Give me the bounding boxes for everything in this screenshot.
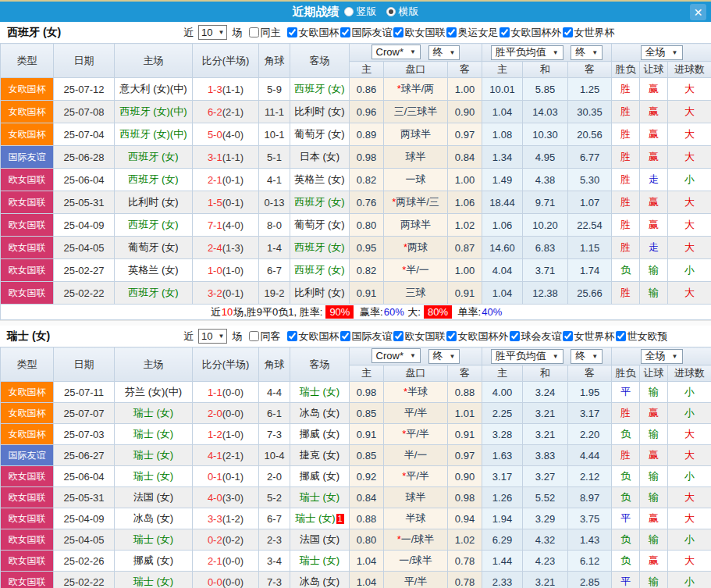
away-team[interactable]: 冰岛 (女)	[290, 403, 350, 424]
league-checkbox[interactable]	[340, 331, 350, 341]
away-team[interactable]: 瑞士 (女)	[290, 382, 350, 403]
home-team[interactable]: 瑞士 (女)	[115, 424, 193, 445]
final-select2[interactable]: 终▼	[571, 349, 603, 364]
home-team[interactable]: 意大利 (女)(中)	[115, 78, 193, 101]
away-team[interactable]: 瑞士 (女)	[290, 487, 350, 508]
close-icon[interactable]: ✕	[690, 4, 706, 20]
league-filter[interactable]: 球会友谊	[510, 330, 561, 344]
match-count-select[interactable]: 10 ▼	[198, 329, 227, 344]
league-checkbox[interactable]	[563, 331, 573, 341]
away-team[interactable]: 比利时 (女)	[290, 282, 350, 305]
home-team[interactable]: 西班牙 (女)(中)	[115, 101, 193, 123]
away-team[interactable]: 法国 (女)	[290, 529, 350, 551]
avg-select[interactable]: 胜平负均值▼	[491, 349, 563, 364]
radio-selected-icon[interactable]	[386, 7, 396, 16]
away-team[interactable]: 瑞士 (女)1	[290, 508, 350, 529]
league-checkbox[interactable]	[393, 27, 403, 37]
home-team[interactable]: 瑞士 (女)	[115, 403, 193, 424]
home-team[interactable]: 芬兰 (女)(中)	[115, 382, 193, 403]
league-filter[interactable]: 欧女国联	[393, 330, 445, 344]
table-row: 女欧国杯 25-07-08 西班牙 (女)(中) 6-2(2-1) 11-1 比…	[1, 101, 711, 123]
company-select[interactable]: Crow*▼	[371, 348, 421, 363]
away-team[interactable]: 比利时 (女)	[290, 101, 350, 123]
league-filter[interactable]: 女欧国杯外	[446, 330, 508, 344]
final-select2[interactable]: 终▼	[571, 45, 603, 60]
avg-away-odds: 1.43	[568, 529, 612, 551]
league-filter[interactable]: 国际友谊	[340, 330, 392, 344]
home-team[interactable]: 西班牙 (女)	[115, 214, 193, 237]
league-checkbox[interactable]	[446, 27, 457, 37]
away-team[interactable]: 西班牙 (女)	[290, 237, 350, 259]
league-checkbox[interactable]	[287, 331, 297, 341]
home-team[interactable]: 挪威 (女)	[115, 551, 193, 572]
league-checkbox[interactable]	[563, 27, 573, 37]
sub-avg-away: 客	[568, 62, 612, 78]
league-filter[interactable]: 女世界杯	[563, 330, 614, 344]
home-team[interactable]: 瑞士 (女)	[115, 445, 193, 466]
away-team[interactable]: 西班牙 (女)	[290, 259, 350, 282]
home-team[interactable]: 冰岛 (女)	[115, 508, 193, 529]
away-team[interactable]: 冰岛 (女)	[290, 572, 350, 588]
corner-count: 2-3	[259, 529, 290, 551]
away-team[interactable]: 英格兰 (女)	[290, 169, 350, 191]
league-filter[interactable]: 女欧国杯外	[499, 26, 561, 40]
match-result: 胜	[612, 78, 640, 101]
same-away-filter[interactable]: 同客	[249, 330, 280, 344]
same-away-checkbox[interactable]	[249, 331, 259, 341]
company-select-value: Crow*	[376, 350, 403, 362]
away-team[interactable]: 挪威 (女)	[290, 424, 350, 445]
avg-select[interactable]: 胜平负均值▼	[491, 45, 563, 60]
league-checkbox[interactable]	[510, 331, 520, 341]
league-filter[interactable]: 奥运女足	[446, 26, 498, 40]
away-team-name: 瑞士 (女)	[300, 386, 340, 397]
radio-horizontal-layout[interactable]: 横版	[386, 5, 419, 19]
home-team[interactable]: 西班牙 (女)	[115, 169, 193, 191]
home-team[interactable]: 葡萄牙 (女)	[115, 237, 193, 259]
away-team[interactable]: 西班牙 (女)	[290, 78, 350, 101]
scope-select[interactable]: 全场▼	[641, 349, 683, 364]
home-team[interactable]: 瑞士 (女)	[115, 466, 193, 487]
league-filter[interactable]: 女世界杯	[563, 26, 614, 40]
league-checkbox[interactable]	[393, 331, 403, 341]
company-select[interactable]: Crow*▼	[371, 45, 421, 59]
home-team[interactable]: 比利时 (女)	[115, 191, 193, 214]
match-count-select[interactable]: 10 ▼	[198, 25, 227, 40]
away-team[interactable]: 挪威 (女)	[290, 466, 350, 487]
same-home-checkbox[interactable]	[249, 27, 259, 37]
away-team[interactable]: 瑞士 (女)	[290, 551, 350, 572]
league-filter[interactable]: 女欧国杯	[287, 26, 339, 40]
league-filter[interactable]: 世女欧预	[616, 330, 667, 344]
final-select[interactable]: 终▼	[428, 45, 460, 60]
league-checkbox[interactable]	[446, 331, 457, 341]
away-team[interactable]: 捷克 (女)	[290, 445, 350, 466]
league-checkbox[interactable]	[616, 331, 626, 341]
league-checkbox[interactable]	[340, 27, 350, 37]
scope-select[interactable]: 全场▼	[641, 45, 683, 60]
goals-result: 小	[668, 529, 711, 551]
home-team[interactable]: 英格兰 (女)	[115, 259, 193, 282]
home-team[interactable]: 西班牙 (女)	[115, 146, 193, 169]
league-checkbox[interactable]	[499, 27, 510, 37]
away-team-name: 瑞士 (女)	[300, 554, 340, 566]
radio-unselected-icon[interactable]	[344, 7, 354, 16]
goals-result: 大	[668, 146, 711, 169]
same-home-filter[interactable]: 同主	[249, 26, 280, 40]
league-filter[interactable]: 欧女国联	[393, 26, 445, 40]
home-team[interactable]: 法国 (女)	[115, 487, 193, 508]
home-team[interactable]: 西班牙 (女)(中)	[115, 123, 193, 146]
away-team[interactable]: 葡萄牙 (女)	[290, 214, 350, 237]
league-filter[interactable]: 女欧国杯	[287, 330, 339, 344]
league-checkbox[interactable]	[287, 27, 297, 37]
match-result: 胜	[612, 191, 640, 214]
home-team[interactable]: 西班牙 (女)	[115, 282, 193, 305]
radio-vertical-layout[interactable]: 竖版	[344, 5, 377, 19]
home-team[interactable]: 瑞士 (女)	[115, 572, 193, 588]
away-team[interactable]: 日本 (女)	[290, 146, 350, 169]
away-team[interactable]: 葡萄牙 (女)	[290, 123, 350, 146]
handicap-text: 两球	[407, 241, 428, 253]
league-filter[interactable]: 国际友谊	[340, 26, 392, 40]
home-team[interactable]: 瑞士 (女)	[115, 529, 193, 551]
away-team[interactable]: 西班牙 (女)	[290, 191, 350, 214]
avg-draw-odds: 4.32	[523, 529, 568, 551]
final-select[interactable]: 终▼	[428, 349, 460, 364]
